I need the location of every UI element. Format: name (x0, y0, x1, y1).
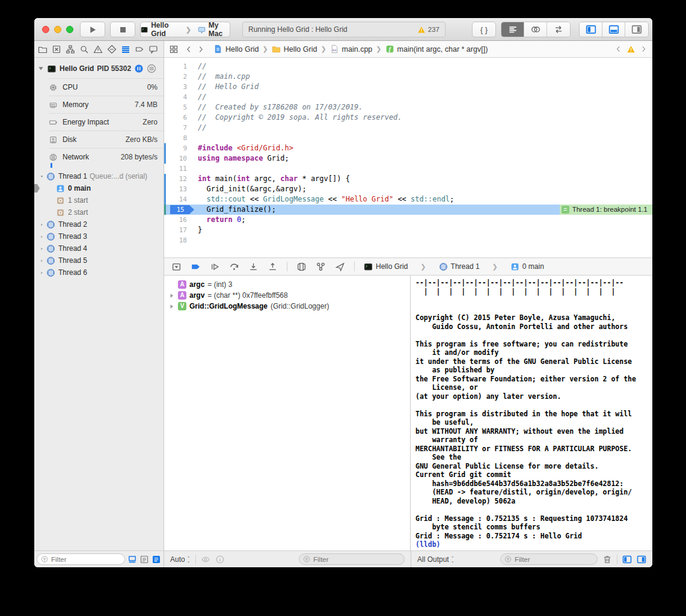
warning-counter[interactable]: 237 (417, 26, 439, 34)
debug-breadcrumb-item[interactable]: Hello Grid (364, 262, 408, 271)
flat-list-mode-icon[interactable] (127, 555, 137, 564)
line-number[interactable]: 9 (164, 143, 193, 153)
disclosure-open[interactable] (40, 174, 46, 179)
code-line[interactable]: 6// Copyright © 2019 sopa. All rights re… (164, 112, 652, 123)
issue-warning-icon[interactable] (626, 45, 635, 54)
line-number[interactable]: 1 (164, 61, 193, 72)
debug-navigator-icon[interactable] (121, 45, 130, 54)
navigator-filter-field[interactable] (37, 553, 125, 565)
disclosure-closed[interactable] (40, 258, 46, 263)
version-editor-icon[interactable] (547, 22, 570, 37)
assistant-editor-icon[interactable] (524, 22, 547, 37)
stack-frame-row[interactable]: 1 start (34, 194, 164, 206)
disclosure-closed-icon[interactable] (40, 246, 43, 251)
variables-scope-select[interactable]: Auto⌃⌄ (170, 555, 191, 564)
disclosure-closed-icon[interactable] (169, 293, 174, 298)
variable-row[interactable]: VGrid::GridLogMessage(Grid::GridLogger) (164, 301, 410, 312)
memory-graph-icon[interactable] (316, 262, 326, 272)
navigator-filter-input[interactable] (51, 556, 121, 563)
code-line[interactable]: 18 (164, 235, 652, 245)
source-editor[interactable]: 1//2// main.cpp3// Hello Grid4//5// Crea… (164, 58, 652, 257)
code-line[interactable]: 11 (164, 164, 652, 174)
line-number[interactable]: 3 (164, 82, 193, 92)
disclosure[interactable] (169, 304, 175, 309)
activity-status[interactable]: Running Hello Grid : Hello Grid 237 (242, 22, 446, 37)
thread-row[interactable]: Thread 3 (34, 230, 164, 242)
pause-process-icon[interactable] (134, 64, 144, 73)
thread-row[interactable]: Thread 1Queue:...d (serial) (34, 170, 164, 182)
scheme-selector[interactable]: Hello Grid ❯ My Mac (140, 22, 230, 37)
code-line[interactable]: 9#include <Grid/Grid.h> (164, 143, 652, 153)
debug-breadcrumb-item[interactable]: 0 main (510, 262, 544, 271)
disclosure-closed-icon[interactable] (40, 222, 43, 227)
breakpoint-annotation[interactable]: =Thread 1: breakpoint 1.1 (560, 205, 652, 215)
console-filter-input[interactable] (515, 556, 593, 563)
jumpbar-item[interactable]: Hello Grid (272, 45, 317, 54)
code-line[interactable]: 8 (164, 133, 652, 143)
line-number[interactable]: 10 (164, 153, 193, 164)
disclosure-closed-icon[interactable] (40, 234, 43, 239)
code-line[interactable]: 12int main(int argc, char * argv[]) { (164, 174, 652, 184)
thread-row[interactable]: Thread 2 (34, 218, 164, 230)
line-number[interactable]: 13 (164, 184, 193, 194)
disclosure-closed[interactable] (40, 246, 46, 251)
show-variables-view-icon[interactable] (622, 555, 632, 564)
console-scope-select[interactable]: All Output⌃⌄ (417, 555, 455, 564)
tree-mode-icon[interactable] (139, 555, 149, 564)
jumpbar-item[interactable]: c+main.cpp (330, 45, 373, 54)
jumpbar-item[interactable]: fmain(int argc, char * argv[]) (385, 45, 488, 54)
line-number[interactable]: 7 (164, 123, 193, 133)
debug-breadcrumb-item[interactable]: Thread 1 (439, 262, 480, 271)
line-number[interactable]: 18 (164, 235, 193, 245)
step-into-icon[interactable] (248, 262, 259, 272)
test-navigator-icon[interactable] (107, 45, 117, 54)
source-control-navigator-icon[interactable] (52, 45, 61, 54)
code-line[interactable]: 15 Grid_finalize();=Thread 1: breakpoint… (164, 205, 652, 215)
stack-frame-row[interactable]: 2 start (34, 206, 164, 218)
continue-icon[interactable] (210, 262, 220, 272)
disclosure-closed-icon[interactable] (40, 270, 43, 276)
stack-frame-row[interactable]: 0 main (34, 182, 164, 194)
code-line[interactable]: 16 return 0; (164, 215, 652, 225)
disclosure-closed[interactable] (40, 270, 46, 276)
inspector-panel-icon[interactable] (625, 22, 648, 37)
line-number[interactable]: 17 (164, 225, 193, 235)
line-number[interactable]: 6 (164, 112, 193, 123)
disclosure-open-icon[interactable] (38, 66, 44, 72)
code-line[interactable]: 5// Created by s1786208 on 17/03/2019. (164, 102, 652, 112)
print-description-icon[interactable] (215, 555, 225, 564)
gauge-row-memory[interactable]: Memory7.4 MB (49, 96, 164, 113)
run-button[interactable] (80, 22, 105, 37)
gauge-row-network[interactable]: Network208 bytes/s (49, 148, 164, 165)
code-line[interactable]: 17} (164, 225, 652, 235)
line-number[interactable]: 8 (164, 133, 193, 143)
back-icon[interactable] (185, 45, 193, 54)
code-line[interactable]: 14 std::cout << GridLogMessage << "Hello… (164, 194, 652, 205)
console-output[interactable]: --|--|--|--|--|--|--|--|--|--|--|--|--|-… (411, 276, 652, 550)
code-line[interactable]: 13 Grid_init(&argc,&argv); (164, 184, 652, 194)
variable-row[interactable]: Aargv= (char **) 0x7ffeefbff568 (164, 290, 410, 301)
step-out-icon[interactable] (268, 262, 278, 272)
line-number[interactable]: 4 (164, 92, 193, 102)
thread-row[interactable]: Thread 5 (34, 254, 164, 266)
previous-issue-icon[interactable] (614, 45, 622, 53)
related-items-icon[interactable] (169, 45, 179, 54)
gauge-row-energy-impact[interactable]: Energy ImpactZero (49, 113, 164, 131)
code-line[interactable]: 10using namespace Grid; (164, 153, 652, 164)
next-issue-icon[interactable] (640, 45, 648, 53)
clear-console-icon[interactable] (602, 555, 612, 564)
line-number[interactable]: 16 (164, 215, 193, 225)
line-number[interactable]: 2 (164, 72, 193, 82)
disclosure[interactable] (169, 293, 175, 298)
step-over-icon[interactable] (229, 262, 239, 272)
line-number[interactable]: 11 (164, 164, 193, 174)
grouped-mode-icon[interactable] (152, 555, 161, 564)
code-line[interactable]: 3// Hello Grid (164, 82, 652, 92)
line-number[interactable]: 12 (164, 174, 193, 184)
breakpoint-badge[interactable]: 15 (170, 205, 194, 214)
symbol-navigator-icon[interactable] (66, 45, 75, 54)
view-process-icon[interactable] (147, 64, 156, 73)
zoom-window-button[interactable] (66, 26, 73, 33)
debug-area-panel-icon[interactable] (602, 22, 625, 37)
close-window-button[interactable] (42, 26, 49, 33)
